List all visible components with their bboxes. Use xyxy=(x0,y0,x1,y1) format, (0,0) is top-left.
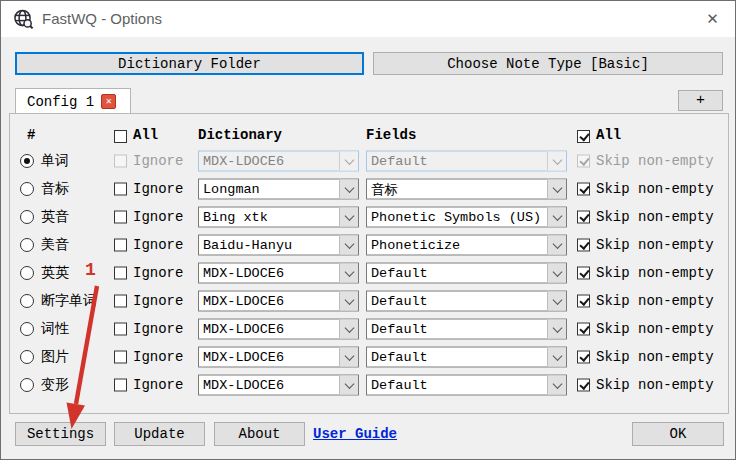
row-radio[interactable] xyxy=(20,294,34,308)
ignore-checkbox[interactable] xyxy=(114,183,127,196)
dictionary-select-value: MDX-LDOCE6 xyxy=(199,350,339,365)
dictionary-select[interactable]: MDX-LDOCE6 xyxy=(198,347,359,368)
row-radio[interactable] xyxy=(20,182,34,196)
table-row: 美音IgnoreBaidu-HanyuPhoneticizeSkip non-e… xyxy=(1,231,736,259)
ignore-checkbox[interactable] xyxy=(114,379,127,392)
tab-config-1[interactable]: Config 1 ✕ xyxy=(15,88,131,114)
dictionary-select-value: MDX-LDOCE6 xyxy=(199,378,339,393)
about-button[interactable]: About xyxy=(214,422,305,446)
skip-label: Skip non-empty xyxy=(596,181,714,197)
skip-checkbox[interactable] xyxy=(577,211,590,224)
choose-note-type-button[interactable]: Choose Note Type [Basic] xyxy=(373,52,723,75)
ignore-checkbox[interactable] xyxy=(114,267,127,280)
update-button[interactable]: Update xyxy=(114,422,205,446)
settings-button[interactable]: Settings xyxy=(15,422,106,446)
skip-label: Skip non-empty xyxy=(596,209,714,225)
title-bar: FastWQ - Options ✕ xyxy=(1,1,735,37)
globe-search-icon xyxy=(12,8,34,30)
all-ignore-checkbox[interactable] xyxy=(114,130,127,143)
ignore-label: Ignore xyxy=(133,153,183,169)
header-all-right: All xyxy=(596,127,621,143)
row-radio[interactable] xyxy=(20,350,34,364)
dropdown-chevron-icon xyxy=(547,208,566,227)
row-label: 断字单词 xyxy=(41,292,97,310)
dictionary-select[interactable]: Baidu-Hanyu xyxy=(198,235,359,256)
chevron-glyph xyxy=(344,155,354,165)
row-radio[interactable] xyxy=(20,378,34,392)
fields-select-value: Default xyxy=(367,322,547,337)
skip-label: Skip non-empty xyxy=(596,349,714,365)
ignore-checkbox[interactable] xyxy=(114,323,127,336)
chevron-glyph xyxy=(344,379,354,389)
skip-label: Skip non-empty xyxy=(596,153,714,169)
header-dictionary: Dictionary xyxy=(198,127,282,143)
table-row: 图片IgnoreMDX-LDOCE6DefaultSkip non-empty xyxy=(1,343,736,371)
dropdown-chevron-icon xyxy=(339,180,358,199)
options-dialog: FastWQ - Options ✕ Dictionary Folder Cho… xyxy=(0,0,736,460)
fields-select[interactable]: 音标 xyxy=(366,179,567,200)
user-guide-link[interactable]: User Guide xyxy=(313,426,397,442)
ignore-checkbox[interactable] xyxy=(114,351,127,364)
ignore-checkbox[interactable] xyxy=(114,295,127,308)
fields-select[interactable]: Default xyxy=(366,263,567,284)
tab-close-icon[interactable]: ✕ xyxy=(101,94,116,109)
ignore-checkbox[interactable] xyxy=(114,239,127,252)
skip-checkbox[interactable] xyxy=(577,239,590,252)
fields-select[interactable]: Default xyxy=(366,347,567,368)
fields-select-value: Phonetic Symbols (US) xyxy=(367,210,547,225)
all-skip-checkbox[interactable] xyxy=(577,130,590,143)
dictionary-select[interactable]: MDX-LDOCE6 xyxy=(198,375,359,396)
dropdown-chevron-icon xyxy=(339,348,358,367)
fields-select[interactable]: Default xyxy=(366,151,567,172)
add-config-button[interactable]: + xyxy=(678,90,723,111)
close-icon[interactable]: ✕ xyxy=(690,1,735,36)
dropdown-chevron-icon xyxy=(339,320,358,339)
ignore-label: Ignore xyxy=(133,321,183,337)
ignore-checkbox[interactable] xyxy=(114,155,127,168)
row-label: 图片 xyxy=(41,348,69,366)
ok-button[interactable]: OK xyxy=(632,422,724,446)
dropdown-chevron-icon xyxy=(547,236,566,255)
dropdown-chevron-icon xyxy=(547,180,566,199)
row-radio[interactable] xyxy=(20,154,34,168)
dictionary-folder-button[interactable]: Dictionary Folder xyxy=(15,52,364,75)
dictionary-select-value: MDX-LDOCE6 xyxy=(199,294,339,309)
fields-select[interactable]: Phonetic Symbols (US) xyxy=(366,207,567,228)
skip-checkbox[interactable] xyxy=(577,295,590,308)
skip-label: Skip non-empty xyxy=(596,377,714,393)
ignore-label: Ignore xyxy=(133,209,183,225)
skip-checkbox[interactable] xyxy=(577,379,590,392)
skip-checkbox[interactable] xyxy=(577,323,590,336)
fields-select[interactable]: Phoneticize xyxy=(366,235,567,256)
dictionary-select-value: MDX-LDOCE6 xyxy=(199,322,339,337)
row-radio[interactable] xyxy=(20,238,34,252)
dictionary-select[interactable]: MDX-LDOCE6 xyxy=(198,291,359,312)
dictionary-select[interactable]: Longman xyxy=(198,179,359,200)
fields-select[interactable]: Default xyxy=(366,291,567,312)
skip-checkbox[interactable] xyxy=(577,267,590,280)
ignore-label: Ignore xyxy=(133,377,183,393)
skip-checkbox[interactable] xyxy=(577,183,590,196)
row-radio[interactable] xyxy=(20,266,34,280)
ignore-checkbox[interactable] xyxy=(114,211,127,224)
skip-checkbox[interactable] xyxy=(577,351,590,364)
ignore-label: Ignore xyxy=(133,181,183,197)
row-radio[interactable] xyxy=(20,322,34,336)
dictionary-select[interactable]: MDX-LDOCE6 xyxy=(198,319,359,340)
annotation-number: 1 xyxy=(85,260,96,280)
dictionary-select[interactable]: MDX-LDOCE6 xyxy=(198,263,359,284)
dictionary-select[interactable]: MDX-LDOCE6 xyxy=(198,151,359,172)
dictionary-select[interactable]: Bing xtk xyxy=(198,207,359,228)
fields-select[interactable]: Default xyxy=(366,319,567,340)
skip-label: Skip non-empty xyxy=(596,321,714,337)
dropdown-chevron-icon xyxy=(547,264,566,283)
chevron-glyph xyxy=(344,351,354,361)
dropdown-chevron-icon xyxy=(547,376,566,395)
skip-checkbox[interactable] xyxy=(577,155,590,168)
header-fields: Fields xyxy=(366,127,416,143)
row-radio[interactable] xyxy=(20,210,34,224)
dropdown-chevron-icon xyxy=(339,152,358,171)
fields-select-value: Default xyxy=(367,266,547,281)
fields-select[interactable]: Default xyxy=(366,375,567,396)
ignore-label: Ignore xyxy=(133,265,183,281)
